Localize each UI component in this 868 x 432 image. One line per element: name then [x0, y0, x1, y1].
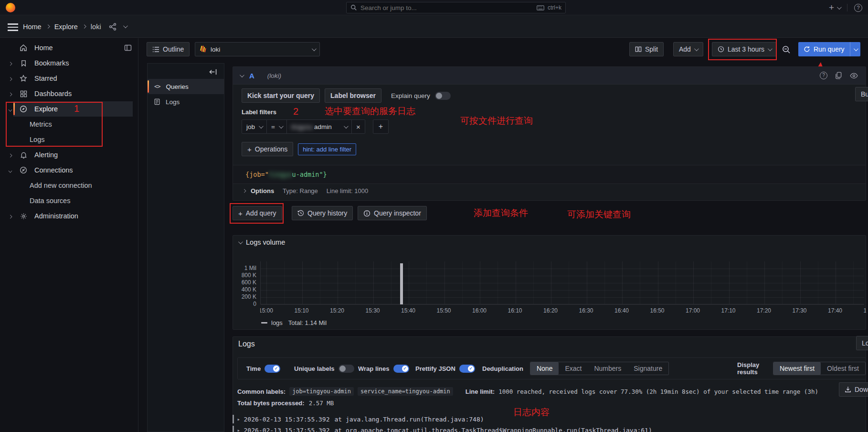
breadcrumb-actions-chevron-icon[interactable]	[123, 23, 128, 28]
sidebar-item-connections[interactable]: Connections	[0, 162, 138, 178]
sidebar-item-add-new-connection[interactable]: Add new connection	[0, 178, 138, 193]
add-query-button[interactable]: +Add query	[233, 206, 282, 220]
y-tick-label: 800 K	[228, 272, 256, 279]
x-tick-label: 15:10	[291, 307, 312, 314]
builder-toggle-button[interactable]: Builder	[855, 87, 868, 101]
sidebar-item-logs[interactable]: Logs	[0, 132, 138, 147]
sidebar-item-home[interactable]: Home	[0, 40, 138, 55]
x-tick-label: 17:50	[860, 307, 867, 314]
dedup-option-exact[interactable]: Exact	[559, 362, 588, 375]
split-button[interactable]: Split	[629, 42, 664, 56]
sidebar-item-metrics[interactable]: Metrics	[0, 117, 138, 132]
x-tick-label: 17:00	[682, 307, 703, 314]
legend-series-label[interactable]: logs	[271, 319, 283, 326]
wrap-lines-toggle[interactable]: ✓	[393, 365, 409, 373]
query-options-row[interactable]: Options Type: Range Line limit: 1000	[243, 187, 368, 194]
sidebar-item-administration[interactable]: Administration	[0, 208, 138, 224]
breadcrumb-home[interactable]: Home	[23, 23, 42, 31]
log-row[interactable]: ▸ 2026-02-13 15:37:55.392 at java.lang.T…	[233, 414, 863, 424]
display-order-options: Newest first Oldest first	[773, 362, 866, 375]
log-expand-chevron-icon[interactable]: ▸	[237, 416, 244, 422]
prettify-json-toggle[interactable]: ✓	[459, 365, 475, 373]
sidebar-item-dashboards[interactable]: Dashboards	[0, 86, 138, 101]
time-range-picker[interactable]: Last 3 hours	[712, 42, 777, 56]
download-button[interactable]: Download	[839, 382, 868, 397]
help-icon[interactable]: ?	[854, 4, 862, 12]
y-tick-label: 0	[228, 301, 256, 307]
label-filter-field-select[interactable]: job	[242, 119, 267, 134]
breadcrumb-explore[interactable]: Explore	[54, 23, 78, 31]
label-filter-operator-select[interactable]: =	[267, 119, 287, 134]
outline-item-logs[interactable]: Logs	[148, 94, 224, 109]
copy-icon[interactable]	[835, 72, 842, 79]
breadcrumb: Home Explore loki	[23, 15, 127, 38]
time-range-chevron-icon	[768, 46, 773, 51]
sidebar-item-alerting[interactable]: Alerting	[0, 147, 138, 162]
remove-filter-button[interactable]: ×	[352, 119, 365, 134]
sidebar-item-bookmarks[interactable]: Bookmarks	[0, 55, 138, 71]
query-collapse-chevron-icon[interactable]	[240, 73, 244, 77]
unique-labels-toggle[interactable]	[339, 365, 354, 373]
dedup-option-numbers[interactable]: Numbers	[588, 362, 627, 375]
search-input[interactable]	[360, 4, 533, 11]
new-menu-button[interactable]: +	[829, 2, 834, 13]
run-query-button[interactable]: Run query	[798, 42, 850, 56]
eye-icon[interactable]	[850, 73, 858, 79]
x-gridline	[604, 261, 605, 304]
hint-add-line-filter-link[interactable]: hint: add line filter	[298, 143, 356, 155]
grafana-logo[interactable]	[6, 3, 15, 12]
outline-button[interactable]: Outline	[147, 42, 190, 56]
datasource-picker[interactable]: loki	[195, 42, 320, 56]
time-toggle[interactable]: ✓	[265, 365, 280, 373]
logs-corner-button[interactable]: Logs	[856, 336, 868, 350]
explain-query-toggle[interactable]	[435, 92, 451, 100]
x-gridline	[320, 261, 320, 304]
add-dropdown-button[interactable]: Add	[673, 42, 703, 56]
legend-swatch	[261, 322, 267, 324]
sidebar-item-explore[interactable]: Explore	[0, 101, 138, 117]
x-gridline	[800, 261, 801, 304]
log-row[interactable]: ▸ 2026-02-13 15:37:55.392 at org.apache.…	[233, 425, 863, 432]
new-menu-chevron-icon[interactable]	[837, 5, 842, 10]
query-code-field[interactable]: {job="tingyou-admin"}	[233, 165, 866, 184]
zoom-out-icon[interactable]	[782, 45, 791, 54]
order-option-oldest-first[interactable]: Oldest first	[821, 362, 865, 375]
label-filter-value-select[interactable]: tingyou-admin	[287, 119, 352, 134]
log-expand-chevron-icon[interactable]: ▸	[237, 427, 244, 432]
logs-volume-plot[interactable]	[260, 261, 864, 304]
x-gridline	[426, 261, 427, 304]
mega-menu: Home Bookmarks Starred	[0, 38, 138, 432]
common-label-badge: service_name=tingyou-admin	[358, 387, 453, 396]
line-limit-label: Line limit:	[466, 388, 495, 395]
kick-start-query-button[interactable]: Kick start your query	[242, 88, 320, 103]
dedup-option-signature[interactable]: Signature	[627, 362, 668, 375]
search-bar[interactable]: ctrl+k	[346, 2, 566, 13]
query-help-icon[interactable]: ?	[820, 72, 827, 79]
order-option-newest-first[interactable]: Newest first	[773, 362, 821, 375]
run-query-chevron-button[interactable]	[850, 42, 860, 56]
outline-item-queries[interactable]: <> Queries	[148, 79, 224, 94]
dock-menu-icon[interactable]	[124, 44, 132, 52]
sidebar-item-starred[interactable]: Starred	[0, 71, 138, 86]
share-icon[interactable]	[109, 23, 116, 31]
query-inspector-button[interactable]: Query inspector	[358, 206, 427, 220]
sidebar-item-data-sources[interactable]: Data sources	[0, 193, 138, 208]
mega-menu-toggle[interactable]	[8, 23, 18, 31]
x-gridline	[266, 261, 267, 304]
log-line: at java.lang.Thread.run(Thread.java:748)	[335, 416, 484, 423]
x-gridline	[622, 261, 623, 304]
x-gridline	[462, 261, 463, 304]
query-row-header[interactable]: A (loki) ?	[233, 67, 866, 85]
dedup-option-none[interactable]: None	[530, 362, 559, 375]
operations-button[interactable]: + Operations	[242, 142, 293, 156]
label-browser-button[interactable]: Label browser	[325, 88, 381, 103]
volume-bar[interactable]	[400, 263, 403, 304]
logs-volume-legend[interactable]: logs Total: 1.14 Mil	[261, 319, 327, 326]
add-chevron-icon	[694, 46, 699, 51]
breadcrumb-bar: Home Explore loki	[0, 15, 868, 38]
collapse-outline-icon[interactable]	[209, 68, 217, 76]
logs-volume-header[interactable]: Logs volume	[238, 238, 285, 246]
x-tick-label: 16:00	[469, 307, 490, 314]
query-history-button[interactable]: Query history	[292, 206, 353, 220]
add-filter-button[interactable]: +	[373, 119, 389, 134]
